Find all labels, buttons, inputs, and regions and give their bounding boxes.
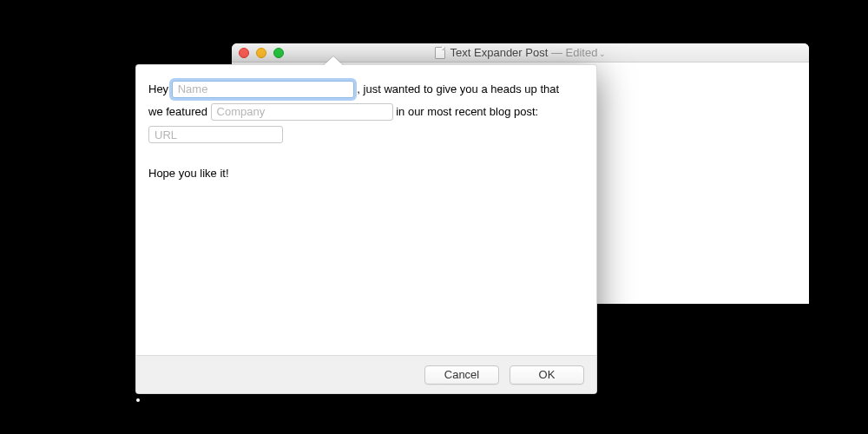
cancel-button[interactable]: Cancel xyxy=(424,365,499,385)
url-field[interactable] xyxy=(148,126,283,143)
snippet-text: in our most recent blog post: xyxy=(396,105,538,118)
window-titlebar: Text Expander Post — Edited⌄ xyxy=(232,43,809,62)
popover-arrow xyxy=(323,56,344,66)
traffic-lights xyxy=(239,48,284,58)
name-field[interactable] xyxy=(172,81,354,98)
document-icon xyxy=(435,47,445,59)
zoom-window-button[interactable] xyxy=(273,48,284,58)
minimize-window-button[interactable] xyxy=(256,48,266,58)
company-field[interactable] xyxy=(211,103,393,121)
snippet-closing: Hope you like it! xyxy=(148,167,229,180)
cursor-dot xyxy=(136,398,140,402)
snippet-text: Hey xyxy=(148,82,172,95)
dialog-body: Hey , just wanted to give you a heads up… xyxy=(136,65,596,355)
dialog-footer: Cancel OK xyxy=(136,355,596,393)
ok-button[interactable]: OK xyxy=(510,365,584,385)
chevron-down-icon: ⌄ xyxy=(599,49,606,58)
snippet-text: , just wanted to give you a heads up tha… xyxy=(357,82,559,95)
snippet-text: we featured xyxy=(148,105,211,118)
window-title: Text Expander Post — Edited⌄ xyxy=(450,46,607,59)
close-window-button[interactable] xyxy=(239,48,249,58)
fill-in-dialog: Hey , just wanted to give you a heads up… xyxy=(135,64,597,394)
